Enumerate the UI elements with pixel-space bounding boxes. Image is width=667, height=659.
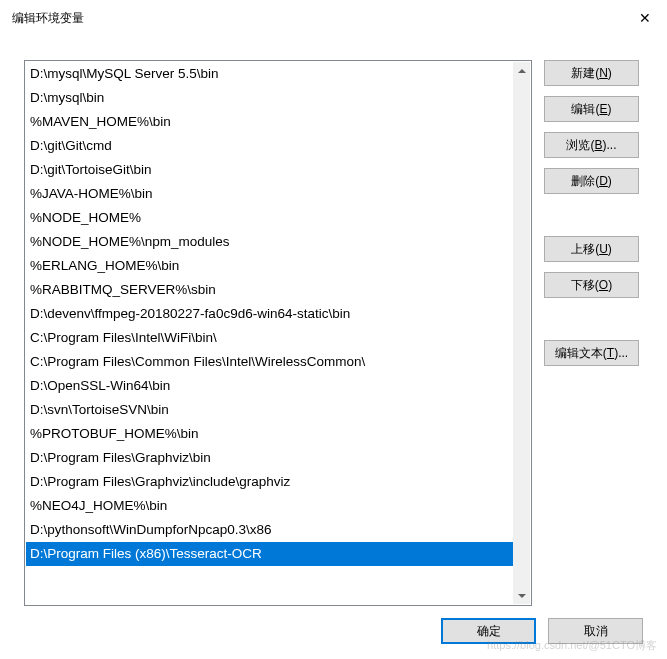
scroll-down-icon[interactable] <box>513 587 530 604</box>
content-area: D:\mysql\MySQL Server 5.5\binD:\mysql\bi… <box>0 36 667 606</box>
list-item[interactable]: %RABBITMQ_SERVER%\sbin <box>26 278 530 302</box>
list-item[interactable]: %NODE_HOME% <box>26 206 530 230</box>
ok-button[interactable]: 确定 <box>441 618 536 644</box>
list-item[interactable]: %JAVA-HOME%\bin <box>26 182 530 206</box>
list-item[interactable]: D:\OpenSSL-Win64\bin <box>26 374 530 398</box>
list-item[interactable]: D:\git\Git\cmd <box>26 134 530 158</box>
titlebar: 编辑环境变量 ✕ <box>0 0 667 36</box>
path-listbox[interactable]: D:\mysql\MySQL Server 5.5\binD:\mysql\bi… <box>24 60 532 606</box>
list-item[interactable]: C:\Program Files\Common Files\Intel\Wire… <box>26 350 530 374</box>
delete-button[interactable]: 删除(D) <box>544 168 639 194</box>
edit-button[interactable]: 编辑(E) <box>544 96 639 122</box>
list-item[interactable]: D:\Program Files\Graphviz\include\graphv… <box>26 470 530 494</box>
list-item[interactable]: C:\Program Files\Intel\WiFi\bin\ <box>26 326 530 350</box>
window-title: 编辑环境变量 <box>12 10 84 27</box>
close-icon[interactable]: ✕ <box>635 10 655 26</box>
edit-text-button[interactable]: 编辑文本(T)... <box>544 340 639 366</box>
new-button[interactable]: 新建(N) <box>544 60 639 86</box>
list-item[interactable]: D:\Program Files (x86)\Tesseract-OCR <box>26 542 530 566</box>
bottom-bar: 确定 取消 <box>0 606 667 644</box>
list-item[interactable]: D:\Program Files\Graphviz\bin <box>26 446 530 470</box>
list-item[interactable]: %PROTOBUF_HOME%\bin <box>26 422 530 446</box>
svg-marker-1 <box>518 594 526 598</box>
list-item[interactable]: D:\git\TortoiseGit\bin <box>26 158 530 182</box>
cancel-button[interactable]: 取消 <box>548 618 643 644</box>
scrollbar[interactable] <box>513 62 530 604</box>
list-item[interactable]: D:\devenv\ffmpeg-20180227-fa0c9d6-win64-… <box>26 302 530 326</box>
scroll-up-icon[interactable] <box>513 62 530 79</box>
list-item[interactable]: %ERLANG_HOME%\bin <box>26 254 530 278</box>
list-item[interactable]: %MAVEN_HOME%\bin <box>26 110 530 134</box>
move-down-button[interactable]: 下移(O) <box>544 272 639 298</box>
list-item[interactable]: D:\pythonsoft\WinDumpforNpcap0.3\x86 <box>26 518 530 542</box>
side-button-column: 新建(N) 编辑(E) 浏览(B)... 删除(D) 上移(U) 下移(O) 编… <box>544 60 639 606</box>
list-item[interactable]: %NEO4J_HOME%\bin <box>26 494 530 518</box>
browse-button[interactable]: 浏览(B)... <box>544 132 639 158</box>
list-item[interactable]: %NODE_HOME%\npm_modules <box>26 230 530 254</box>
list-item[interactable]: D:\mysql\MySQL Server 5.5\bin <box>26 62 530 86</box>
list-item[interactable]: D:\svn\TortoiseSVN\bin <box>26 398 530 422</box>
list-item[interactable]: D:\mysql\bin <box>26 86 530 110</box>
svg-marker-0 <box>518 69 526 73</box>
move-up-button[interactable]: 上移(U) <box>544 236 639 262</box>
